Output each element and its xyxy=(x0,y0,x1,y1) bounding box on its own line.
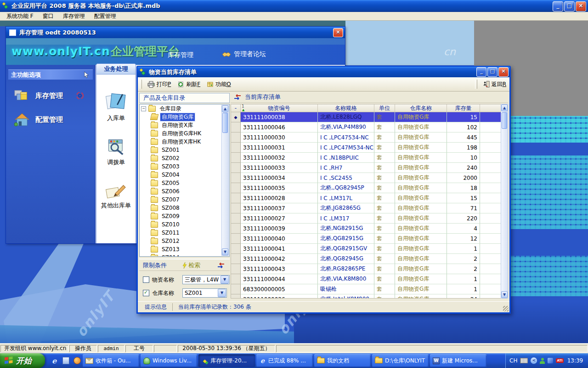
table-row[interactable]: 331111000036 北桥,Intel,K8M800 套 自用物资G库 34 xyxy=(231,294,501,299)
table-row[interactable]: 331111000033 I C ,RH7 套 自用物资G库 240 xyxy=(231,163,501,173)
chevron-down-icon[interactable]: ▼ xyxy=(220,276,229,284)
banner-forum-link[interactable]: 管理者论坛 xyxy=(222,50,266,58)
scroll-down-icon[interactable]: ▼ xyxy=(222,248,228,255)
tree-scrollbar[interactable]: ▲ ▼ xyxy=(221,105,229,256)
tree-item[interactable]: 自用物资G库 xyxy=(140,113,229,121)
tree-item[interactable]: SZ014 xyxy=(140,253,229,257)
close-icon[interactable]: × xyxy=(333,28,343,37)
menu-window[interactable]: 窗口 xyxy=(38,12,58,21)
table-row[interactable]: 331111000027 I C ,LM317 套 自用物资G库 220 xyxy=(231,213,501,224)
column-header-code[interactable]: 1 ▲ 物资编号 xyxy=(241,104,318,112)
column-header-store[interactable]: 仓库名称 xyxy=(395,104,447,112)
taskbar-task-button[interactable]: D:\仓库\ONLYIT xyxy=(372,354,429,367)
hide-icons-chevron[interactable]: < xyxy=(531,357,537,364)
scroll-up-icon[interactable]: ▲ xyxy=(222,105,228,112)
tree-item[interactable]: SZ009 xyxy=(140,212,229,220)
tree-item[interactable]: SZ005 xyxy=(140,179,229,187)
scroll-down-icon[interactable]: ▼ xyxy=(501,291,508,298)
internet-explorer-icon[interactable]: e xyxy=(51,357,58,364)
return-button[interactable]: 返回R xyxy=(480,79,509,90)
chevron-down-icon[interactable]: ▼ xyxy=(218,289,226,297)
column-header-unit[interactable]: 单位 xyxy=(374,104,395,112)
table-row[interactable]: ◆ 331111000038 北桥,LE828LGQ 套 自用物资G库 15 xyxy=(231,112,501,122)
keyboard-icon[interactable] xyxy=(520,358,528,363)
tree-item[interactable]: SZ012 xyxy=(140,237,229,245)
table-row[interactable]: 683300000005 吸锡枪 套 自用物资G库 1 xyxy=(231,284,501,294)
resize-grip[interactable] xyxy=(503,306,509,311)
tree-item[interactable]: SZ010 xyxy=(140,220,229,229)
table-row[interactable]: 331111000037 北桥,JG82865G 套 自用物资G库 71 xyxy=(231,203,501,213)
table-row[interactable]: 331111000028 I C ,LM317L 套 自用物资G库 15 xyxy=(231,193,501,203)
updates-icon[interactable] xyxy=(548,358,553,363)
taskbar-task-button[interactable]: 新建 Micros... xyxy=(430,354,486,367)
tree-item[interactable]: SZ008 xyxy=(140,204,229,212)
tree-item[interactable]: SZ006 xyxy=(140,187,229,196)
marker-column-header[interactable]: - xyxy=(231,104,241,112)
taskbar-task-button[interactable]: 我的文档 xyxy=(314,354,371,367)
taskbar-task-button[interactable]: 已完成 88% ... xyxy=(256,354,313,367)
messenger-icon[interactable] xyxy=(540,358,545,364)
sidebar-item-inventory[interactable]: 库存管理 xyxy=(13,88,95,104)
table-row[interactable]: 331111000030 I C ,LPC47534-NC 套 自用物资G库 4… xyxy=(231,132,501,143)
tree-item[interactable]: SZ003 xyxy=(140,162,229,171)
dialog-minimize-button[interactable]: _ xyxy=(476,67,486,77)
minimize-button[interactable]: _ xyxy=(553,1,563,12)
table-row[interactable]: 331111000046 北桥,VIA,P4M890 套 自用物资G库 102 xyxy=(231,122,501,132)
banner-site-link[interactable]: www.onlyIT.cn xyxy=(11,45,110,58)
menu-config[interactable]: 配置管理 xyxy=(90,12,121,21)
refresh-button[interactable]: 刷新F xyxy=(174,79,204,90)
close-button[interactable]: × xyxy=(576,1,586,12)
table-row[interactable]: 331111000039 北桥,NG82915G 套 自用物资G库 4 xyxy=(231,224,501,234)
tree-item[interactable]: SZ011 xyxy=(140,229,229,237)
search-button[interactable]: 检索 xyxy=(182,261,200,270)
menu-system[interactable]: 系统功能 F xyxy=(2,12,38,21)
tree-item[interactable]: SZ013 xyxy=(140,245,229,253)
table-row[interactable]: 331111000035 北桥,,QG82945P 套 自用物资G库 18 xyxy=(231,183,501,193)
table-row[interactable]: 331111000031 I C ,LPC47M534-NC 套 自用物资G库 … xyxy=(231,143,501,153)
column-header-qty[interactable]: 库存量 xyxy=(447,104,480,112)
tree-item[interactable]: SZ007 xyxy=(140,196,229,204)
table-row[interactable]: 331111000043 北桥,RG82865PE 套 自用物资G库 2 xyxy=(231,264,501,274)
input-language-indicator[interactable]: CH xyxy=(509,357,517,364)
dialog-maximize-button[interactable]: □ xyxy=(487,67,498,77)
warehouse-name-select[interactable]: SZ001 ▼ xyxy=(182,288,227,298)
material-name-select[interactable]: 三极管，L4W ▼ xyxy=(182,275,230,284)
tree-item[interactable]: 自用物资G库HK xyxy=(140,129,229,138)
tree-item[interactable]: 自用物资X库 xyxy=(140,121,229,129)
panel-item-other-outbound[interactable]: 其他出库单 xyxy=(96,181,136,210)
scrollbar-thumb[interactable] xyxy=(222,113,228,133)
tree-root[interactable]: − 仓库目录 xyxy=(140,104,229,113)
tree-expander-icon[interactable]: − xyxy=(141,106,146,111)
maximize-button[interactable]: □ xyxy=(564,1,575,12)
taskbar-task-button[interactable]: 库存管理-20... xyxy=(198,354,255,367)
table-row[interactable]: 331111000040 北桥,QG82915G 套 自用物资G库 12 xyxy=(231,234,501,244)
panel-item-transfer[interactable]: 调拨单 xyxy=(96,136,136,167)
table-row[interactable]: 331111000034 I C ,SC2455 套 自用物资G库 2000 xyxy=(231,173,501,183)
grid-scrollbar[interactable]: ▲ ▼ xyxy=(501,104,508,299)
scrollbar-thumb[interactable] xyxy=(502,112,507,129)
panel-item-inbound[interactable]: 入库单 xyxy=(96,91,136,122)
tree-item[interactable]: 自用物资X库HK xyxy=(140,138,229,146)
start-button[interactable]: 开始 xyxy=(0,353,45,368)
business-panel-tab[interactable]: 业务处理 xyxy=(96,64,136,75)
table-row[interactable]: 331111000032 I C ,N18BPUIC 套 自用物资G库 10 xyxy=(231,153,501,163)
table-row[interactable]: 331111000042 北桥,QG82945G 套 自用物资G库 2 xyxy=(231,254,501,264)
tree-item[interactable]: SZ002 xyxy=(140,154,229,162)
media-icon[interactable] xyxy=(74,357,81,364)
scroll-up-icon[interactable]: ▲ xyxy=(501,104,508,111)
sidebar-item-config[interactable]: 配置管理 xyxy=(13,112,95,127)
swap-arrows-icon[interactable] xyxy=(217,263,225,268)
menu-inventory[interactable]: 库存管理 xyxy=(58,12,90,21)
document-icon[interactable] xyxy=(62,357,69,364)
table-row[interactable]: 331111000041 北桥,QG82915GV 套 自用物资G库 1 xyxy=(231,244,501,254)
table-row[interactable]: 331111000044 北桥,VIA,K8M800 套 自用物资G库 1 xyxy=(231,274,501,284)
function-button[interactable]: 功能O xyxy=(204,79,234,90)
dialog-close-button[interactable]: × xyxy=(498,67,509,77)
column-header-name[interactable]: 名称规格 xyxy=(318,104,374,112)
warehouse-name-checkbox[interactable] xyxy=(143,290,149,296)
tree-item[interactable]: SZ004 xyxy=(140,171,229,179)
ati-icon[interactable]: ATI xyxy=(556,358,563,363)
taskbar-task-button[interactable]: Windows Liv... xyxy=(141,354,197,367)
material-name-checkbox[interactable] xyxy=(143,276,149,283)
tree-item[interactable]: SZ001 xyxy=(140,146,229,154)
